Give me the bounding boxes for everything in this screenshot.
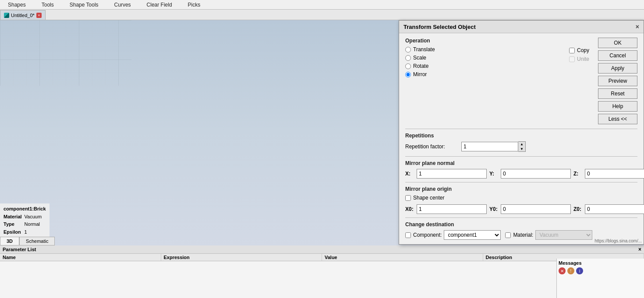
mirror-normal-xyz-row: X: Y: Z: [405, 169, 637, 179]
message-warning-icon[interactable]: ! [567, 267, 574, 274]
unite-checkbox[interactable] [569, 56, 575, 62]
shape-center-checkbox-label[interactable]: Shape center [405, 195, 637, 201]
copy-label: Copy [577, 47, 589, 53]
menu-shapes[interactable]: Shapes [0, 1, 34, 9]
radio-translate[interactable]: Translate [405, 46, 569, 53]
mirror-label: Mirror [413, 71, 427, 77]
messages-title: Messages [559, 260, 642, 266]
param-list-header: Parameter List × [0, 245, 644, 254]
material-dest-field: Material: Vacuum [505, 230, 592, 240]
translate-label: Translate [413, 46, 435, 53]
main-layout: component1:Brick Material Vacuum Type No… [0, 20, 644, 298]
param-list-panel: Parameter List × Name Expression Value D… [0, 245, 644, 298]
less-button[interactable]: Less << [598, 114, 637, 124]
material-label: Material [4, 213, 25, 221]
mirror-plane-normal-label: Mirror plane normal [405, 160, 637, 166]
component-name: component1:Brick [4, 205, 46, 213]
radio-translate-input[interactable] [405, 47, 411, 53]
dialog-body: Operation Translate Scale [399, 33, 644, 244]
top-menu-bar: Shapes Tools Shape Tools Curves Clear Fi… [0, 0, 644, 10]
repetition-factor-label: Repetition factor: [405, 144, 458, 150]
radio-scale-input[interactable] [405, 55, 411, 61]
shape-center-label: Shape center [413, 195, 444, 201]
preview-button[interactable]: Preview [598, 76, 637, 86]
copy-checkbox-label[interactable]: Copy [569, 47, 589, 53]
divider-1 [405, 129, 637, 129]
tab-close-button[interactable]: × [36, 13, 42, 18]
y-label: Y: [489, 171, 498, 177]
message-icons: ✕ ! i [559, 267, 642, 274]
origin-z0-input[interactable] [585, 204, 644, 214]
dialog-buttons-col: OK Cancel Apply Preview Reset Help Less … [598, 38, 637, 124]
reset-button[interactable]: Reset [598, 88, 637, 99]
radio-rotate[interactable]: Rotate [405, 63, 569, 69]
divider-4 [405, 217, 637, 218]
material-dest-checkbox[interactable] [505, 232, 511, 238]
menu-shape-tools[interactable]: Shape Tools [62, 1, 106, 9]
component-dest-label: Component: [413, 232, 442, 238]
epsilon-label: Epsilon [4, 228, 25, 236]
menu-picks[interactable]: Picks [180, 1, 209, 9]
menu-clear-field[interactable]: Clear Field [139, 1, 180, 9]
svg-rect-1 [0, 20, 131, 86]
message-error-icon[interactable]: ✕ [559, 267, 566, 274]
dialog-title-text: Transform Selected Object [403, 24, 476, 30]
radio-scale[interactable]: Scale [405, 55, 569, 61]
z-label: Z: [573, 171, 582, 177]
normal-y-input[interactable] [501, 169, 571, 179]
operation-radio-group: Translate Scale Rotate [405, 46, 569, 77]
apply-button[interactable]: Apply [598, 63, 637, 74]
col-name: Name [0, 254, 161, 261]
unite-label: Unite [577, 56, 589, 62]
material-dropdown[interactable]: Vacuum [535, 230, 592, 240]
repetition-factor-input[interactable] [461, 142, 518, 151]
origin-x0-input[interactable] [417, 204, 487, 214]
shape-center-checkbox[interactable] [405, 195, 411, 201]
message-info-icon[interactable]: i [576, 267, 583, 274]
tab-3d[interactable]: 3D [0, 237, 19, 245]
grid-background [0, 20, 131, 86]
tab-untitled[interactable]: Untitled_0* × [0, 10, 46, 20]
spin-down-button[interactable]: ▼ [518, 147, 525, 151]
component-dropdown[interactable]: component1 [444, 230, 501, 240]
unite-checkbox-label[interactable]: Unite [569, 56, 589, 62]
repetition-factor-row: Repetition factor: ▲ ▼ [405, 141, 637, 152]
messages-panel: Messages ✕ ! i [556, 259, 644, 298]
mirror-origin-xyz-row: X0: Y0: Z0: [405, 204, 637, 214]
help-button[interactable]: Help [598, 101, 637, 112]
ok-button[interactable]: OK [598, 38, 637, 48]
type-label: Type [4, 221, 25, 228]
normal-z-input[interactable] [585, 169, 644, 179]
dialog-close-button[interactable]: × [636, 23, 639, 30]
param-list-title: Parameter List [3, 247, 36, 252]
repetitions-label: Repetitions [405, 133, 637, 139]
material-dest-checkbox-label[interactable]: Material: [505, 232, 533, 238]
website-notice: https://blogs.sina.com/... [593, 238, 644, 244]
tab-schematic[interactable]: Schematic [19, 237, 55, 245]
menu-tools[interactable]: Tools [34, 1, 62, 9]
tab-label: Untitled_0* [11, 13, 35, 18]
cancel-button[interactable]: Cancel [598, 50, 637, 61]
col-expression: Expression [161, 254, 322, 261]
radio-mirror[interactable]: Mirror [405, 71, 569, 77]
origin-y0-input[interactable] [501, 204, 571, 214]
component-dest-checkbox[interactable] [405, 232, 411, 238]
transform-dialog: Transform Selected Object × Operation Tr… [399, 20, 644, 245]
menu-curves[interactable]: Curves [106, 1, 139, 9]
param-list-columns: Name Expression Value Description [0, 254, 644, 261]
divider-3 [405, 182, 637, 182]
y0-label: Y0: [489, 206, 498, 212]
operation-section-label: Operation [405, 38, 569, 44]
x-label: X: [405, 171, 414, 177]
material-value: Vacuum [25, 213, 45, 221]
operation-group: Operation Translate Scale [405, 38, 569, 77]
param-list-close[interactable]: × [638, 246, 641, 252]
copy-checkbox[interactable] [569, 48, 575, 53]
spin-up-button[interactable]: ▲ [518, 142, 525, 147]
radio-mirror-input[interactable] [405, 72, 411, 77]
change-destination-label: Change destination [405, 221, 637, 228]
normal-x-input[interactable] [417, 169, 487, 179]
dialog-title-bar: Transform Selected Object × [399, 21, 644, 33]
component-dest-checkbox-label[interactable]: Component: [405, 232, 442, 238]
radio-rotate-input[interactable] [405, 63, 411, 69]
